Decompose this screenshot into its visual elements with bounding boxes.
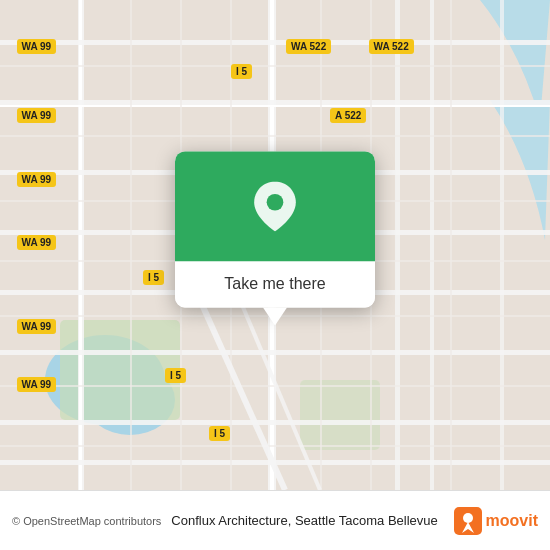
- svg-point-36: [267, 194, 284, 211]
- bottom-info-bar: © OpenStreetMap contributors Conflux Arc…: [0, 490, 550, 550]
- svg-rect-26: [450, 0, 452, 490]
- road-label-i5-1: I 5: [231, 64, 252, 79]
- moovit-logo: moovit: [454, 507, 538, 535]
- svg-rect-18: [0, 350, 550, 355]
- svg-rect-27: [0, 65, 550, 67]
- location-popup: Take me there: [175, 151, 375, 307]
- road-label-wa99-6: WA 99: [17, 377, 57, 392]
- take-me-there-button[interactable]: Take me there: [175, 261, 375, 307]
- road-label-i5-3: I 5: [165, 368, 186, 383]
- copyright-text: © OpenStreetMap contributors: [12, 515, 161, 527]
- svg-rect-33: [0, 445, 550, 447]
- svg-rect-13: [0, 100, 550, 105]
- popup-green-header: [175, 151, 375, 261]
- svg-rect-8: [79, 0, 82, 490]
- road-label-wa99-1: WA 99: [17, 39, 57, 54]
- svg-rect-4: [300, 380, 380, 450]
- road-label-wa99-5: WA 99: [17, 319, 57, 334]
- svg-rect-10: [430, 0, 434, 490]
- svg-rect-11: [500, 0, 504, 490]
- road-label-wa522-2: WA 522: [286, 39, 331, 54]
- road-label-a522: A 522: [330, 108, 366, 123]
- map-view: WA 99 WA 522 I 5 WA 99 A 522 WA 522 WA 9…: [0, 0, 550, 490]
- svg-rect-12: [0, 40, 550, 45]
- location-info: Conflux Architecture, Seattle Tacoma Bel…: [171, 513, 437, 528]
- moovit-label: moovit: [486, 512, 538, 530]
- road-label-i5-2: I 5: [143, 270, 164, 285]
- svg-rect-28: [0, 135, 550, 137]
- location-pin-icon: [250, 181, 300, 231]
- svg-rect-21: [130, 0, 132, 490]
- svg-rect-19: [0, 420, 550, 425]
- road-label-wa99-4: WA 99: [17, 235, 57, 250]
- svg-point-38: [463, 513, 473, 523]
- road-label-wa522-1: WA 522: [369, 39, 414, 54]
- road-label-wa99-2: WA 99: [17, 108, 57, 123]
- road-label-i5-4: I 5: [209, 426, 230, 441]
- road-label-wa99-3: WA 99: [17, 172, 57, 187]
- svg-rect-9: [395, 0, 400, 490]
- svg-rect-14: [0, 105, 550, 107]
- moovit-icon: [454, 507, 482, 535]
